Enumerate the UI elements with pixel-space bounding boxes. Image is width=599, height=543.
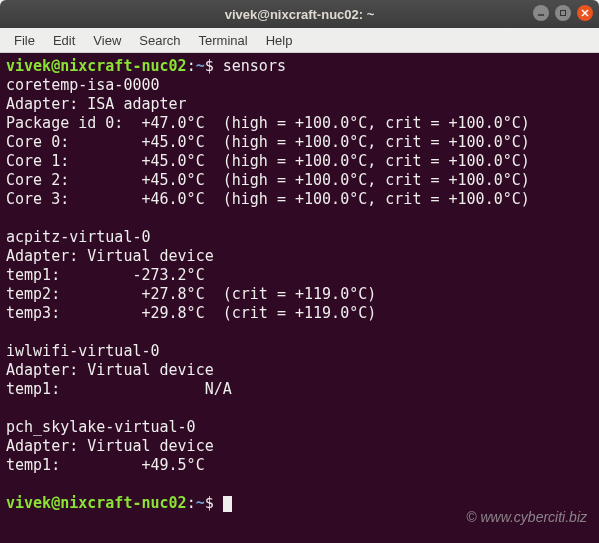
svg-rect-1 <box>561 11 566 16</box>
window-title: vivek@nixcraft-nuc02: ~ <box>225 7 375 22</box>
close-button[interactable] <box>577 5 593 21</box>
menu-file[interactable]: File <box>6 30 43 51</box>
menu-terminal[interactable]: Terminal <box>191 30 256 51</box>
menubar: File Edit View Search Terminal Help <box>0 28 599 53</box>
maximize-icon <box>559 9 567 17</box>
terminal-window: vivek@nixcraft-nuc02: ~ File Edit View S… <box>0 0 599 543</box>
watermark: © www.cyberciti.biz <box>466 509 587 525</box>
maximize-button[interactable] <box>555 5 571 21</box>
menu-edit[interactable]: Edit <box>45 30 83 51</box>
terminal-body[interactable]: vivek@nixcraft-nuc02:~$ sensors coretemp… <box>0 53 599 543</box>
window-controls <box>533 5 593 21</box>
minimize-icon <box>537 9 545 17</box>
menu-search[interactable]: Search <box>131 30 188 51</box>
titlebar: vivek@nixcraft-nuc02: ~ <box>0 0 599 28</box>
minimize-button[interactable] <box>533 5 549 21</box>
menu-view[interactable]: View <box>85 30 129 51</box>
menu-help[interactable]: Help <box>258 30 301 51</box>
close-icon <box>581 9 589 17</box>
